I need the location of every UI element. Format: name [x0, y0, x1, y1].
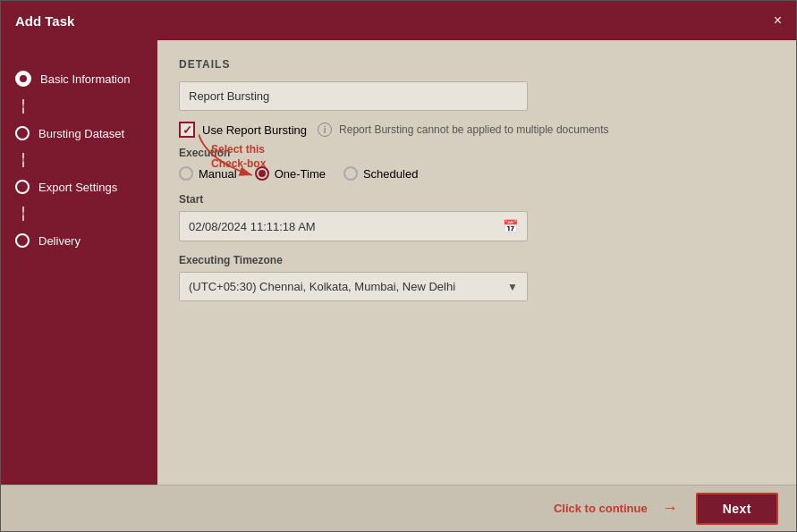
execution-radio-group: Manual One-Time Scheduled [179, 166, 775, 181]
section-title: DETAILS [179, 58, 775, 71]
modal-footer: Click to continue → Next [1, 485, 796, 531]
sidebar-item-basic-information[interactable]: Basic Information [1, 58, 157, 99]
chevron-down-icon: ▼ [507, 281, 518, 293]
calendar-icon: 📅 [503, 219, 518, 233]
warning-text: Report Bursting cannot be applied to mul… [339, 123, 609, 136]
info-icon: i [318, 122, 332, 137]
sidebar-connector-1 [22, 99, 24, 114]
close-button[interactable]: × [774, 13, 782, 28]
modal-body: Basic Information Bursting Dataset Expor… [1, 40, 796, 485]
use-report-bursting-checkbox[interactable]: ✓ [179, 122, 195, 138]
step-dot-basic-information [15, 71, 31, 87]
radio-label-scheduled: Scheduled [363, 167, 418, 181]
step-dot-delivery [15, 233, 30, 248]
sidebar-label-export-settings: Export Settings [38, 181, 117, 194]
report-bursting-input: Report Bursting [179, 81, 528, 111]
sidebar-label-bursting-dataset: Bursting Dataset [38, 127, 124, 140]
sidebar: Basic Information Bursting Dataset Expor… [1, 40, 157, 485]
radio-scheduled[interactable]: Scheduled [343, 166, 418, 181]
step-dot-bursting-dataset [15, 126, 30, 140]
arrow-right-icon: → [662, 499, 678, 518]
start-label: Start [179, 193, 775, 206]
sidebar-connector-3 [22, 207, 24, 221]
radio-manual[interactable]: Manual [179, 166, 237, 181]
sidebar-item-export-settings[interactable]: Export Settings [1, 167, 157, 207]
main-content: DETAILS Report Bursting ✓ Use Report Bur… [157, 40, 796, 485]
next-button[interactable]: Next [696, 493, 778, 525]
use-report-bursting-row: ✓ Use Report Bursting i Report Bursting … [179, 122, 775, 138]
timezone-dropdown[interactable]: (UTC+05:30) Chennai, Kolkata, Mumbai, Ne… [179, 272, 528, 301]
execution-label: Execution [179, 147, 775, 159]
start-date-value: 02/08/2024 11:11:18 AM [189, 220, 503, 233]
radio-circle-scheduled [343, 166, 358, 181]
sidebar-item-bursting-dataset[interactable]: Bursting Dataset [1, 114, 157, 153]
click-to-continue-text: Click to continue [554, 502, 648, 515]
add-task-modal: Add Task × Basic Information Bursting Da… [0, 0, 797, 532]
sidebar-label-basic-information: Basic Information [40, 72, 130, 86]
sidebar-label-delivery: Delivery [38, 234, 81, 248]
modal-title: Add Task [15, 13, 74, 29]
sidebar-item-delivery[interactable]: Delivery [1, 221, 157, 260]
radio-circle-manual [179, 166, 193, 181]
radio-label-manual: Manual [199, 167, 237, 181]
modal-header: Add Task × [1, 1, 796, 40]
timezone-value: (UTC+05:30) Chennai, Kolkata, Mumbai, Ne… [189, 280, 507, 293]
executing-timezone-label: Executing Timezone [179, 254, 775, 266]
radio-label-one-time: One-Time [275, 167, 326, 181]
start-date-input[interactable]: 02/08/2024 11:11:18 AM 📅 [179, 211, 528, 241]
step-dot-export-settings [15, 180, 30, 194]
radio-one-time[interactable]: One-Time [255, 166, 326, 181]
use-report-bursting-label: Use Report Bursting [202, 123, 307, 137]
checkmark-icon: ✓ [182, 124, 192, 136]
sidebar-connector-2 [22, 153, 24, 167]
radio-circle-one-time [255, 166, 269, 181]
